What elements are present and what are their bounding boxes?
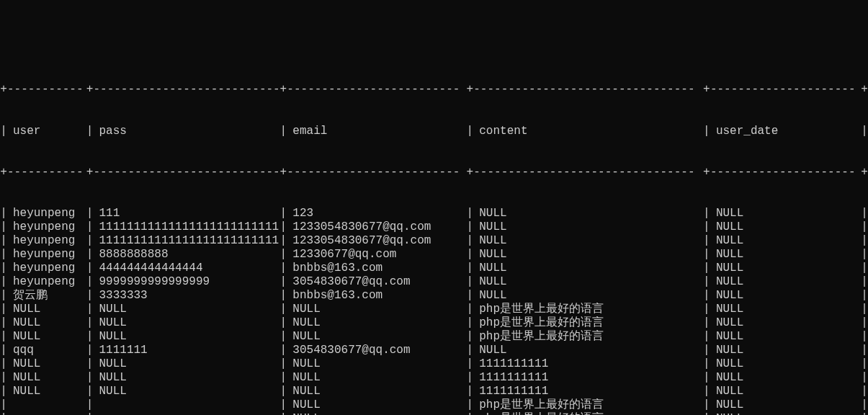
col-divider: | [861,207,868,220]
cell-pass: 11111111111111111111111111 [93,220,279,234]
col-divider: | [703,220,710,234]
col-divider: | [466,289,473,303]
cell-email: NULL [287,398,466,412]
cell-content: NULL [473,234,703,248]
cell-pass: NULL [93,385,279,398]
sep-dash: ----------- [7,166,86,179]
sep-plus: + [279,83,287,97]
cell-user: heyunpeng [7,275,86,289]
cell-pass: 111 [93,207,279,220]
sep-plus: + [86,166,94,179]
sep-plus: + [0,83,7,97]
sep-plus: + [466,166,473,179]
cell-content: php是世界上最好的语言 [473,303,703,316]
cell-user: NULL [7,357,86,371]
cell-pass: NULL [93,371,279,385]
cell-content: php是世界上最好的语言 [473,398,703,412]
col-divider: | [861,398,868,412]
sep-dash: ------------------------- [287,83,466,97]
cell-pass: 444444444444444 [93,262,279,275]
col-divider: | [0,248,7,262]
col-divider: | [0,344,7,357]
cell-email: bnbbs@163.com [287,289,466,303]
col-divider: | [861,357,868,371]
col-divider: | [703,207,710,220]
col-divider: | [703,125,710,138]
col-divider: | [86,330,94,344]
col-divider: | [703,371,710,385]
col-divider: | [279,316,287,330]
cell-user: qqq [7,344,86,357]
cell-email: NULL [287,385,466,398]
table-row: |NULL|NULL|NULL|1111111111|NULL| [0,371,868,385]
sep-dash: --------------------------- [93,166,279,179]
col-divider: | [0,234,7,248]
header-pass: pass [93,125,279,138]
col-divider: | [466,385,473,398]
col-divider: | [279,234,287,248]
col-divider: | [466,357,473,371]
cell-content: NULL [473,207,703,220]
cell-pass: 8888888888 [93,248,279,262]
cell-content: 1111111111 [473,385,703,398]
col-divider: | [86,275,94,289]
cell-pass: NULL [93,330,279,344]
col-divider: | [861,303,868,316]
cell-user-date: NULL [710,316,861,330]
cell-email: NULL [287,371,466,385]
col-divider: | [279,207,287,220]
table-separator-header: +-----------+---------------------------… [0,166,868,179]
table-row: |heyunpeng|444444444444444|bnbbs@163.com… [0,262,868,275]
cell-user: NULL [7,316,86,330]
cell-content: 1111111111 [473,371,703,385]
col-divider: | [279,344,287,357]
col-divider: | [0,125,7,138]
table-row: |heyunpeng|11111111111111111111111111|12… [0,220,868,234]
table-row: |heyunpeng|8888888888|12330677@qq.com|NU… [0,248,868,262]
col-divider: | [466,248,473,262]
cell-pass [93,412,279,415]
cell-user-date: NULL [710,371,861,385]
table-row: |heyunpeng|111|123|NULL|NULL| [0,207,868,220]
col-divider: | [466,316,473,330]
cell-pass: NULL [93,357,279,371]
col-divider: | [86,398,94,412]
cell-content: NULL [473,262,703,275]
col-divider: | [86,289,94,303]
cell-user-date: NULL [710,357,861,371]
cell-email: 12330677@qq.com [287,248,466,262]
col-divider: | [0,316,7,330]
col-divider: | [0,357,7,371]
col-divider: | [861,234,868,248]
cell-user: NULL [7,371,86,385]
cell-email: 1233054830677@qq.com [287,220,466,234]
cell-user-date: NULL [710,412,861,415]
col-divider: | [0,385,7,398]
cell-content: NULL [473,220,703,234]
col-divider: | [861,385,868,398]
cell-user: heyunpeng [7,262,86,275]
cell-pass: 1111111 [93,344,279,357]
col-divider: | [466,125,473,138]
cell-email: bnbbs@163.com [287,262,466,275]
col-divider: | [86,248,94,262]
table-row: |heyunpeng|11111111111111111111111111|12… [0,234,868,248]
col-divider: | [86,412,94,415]
col-divider: | [0,289,7,303]
col-divider: | [0,412,7,415]
sep-plus: + [703,83,710,97]
col-divider: | [703,330,710,344]
sep-dash: -------------------------------- [473,83,703,97]
cell-content: NULL [473,248,703,262]
cell-content: NULL [473,289,703,303]
table-row: |NULL|NULL|NULL|php是世界上最好的语言|NULL| [0,316,868,330]
table-row: |||NULL|php是世界上最好的语言|NULL| [0,412,868,415]
cell-pass: 3333333 [93,289,279,303]
col-divider: | [279,303,287,316]
col-divider: | [279,357,287,371]
col-divider: | [703,275,710,289]
cell-content: php是世界上最好的语言 [473,412,703,415]
table-row: |NULL|NULL|NULL|1111111111|NULL| [0,357,868,371]
col-divider: | [86,344,94,357]
col-divider: | [861,262,868,275]
